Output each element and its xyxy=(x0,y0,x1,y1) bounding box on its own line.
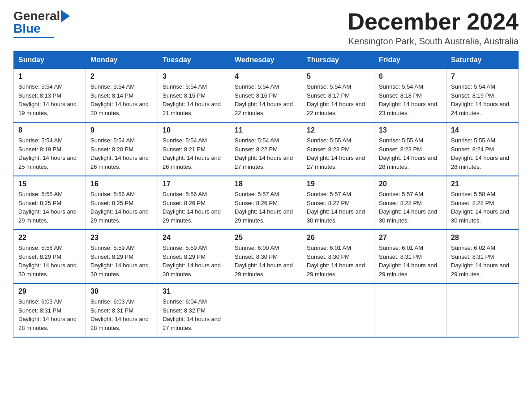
day-cell-25: 25Sunrise: 6:00 AMSunset: 8:30 PMDayligh… xyxy=(230,230,302,283)
day-cell-27: 27Sunrise: 6:01 AMSunset: 8:31 PMDayligh… xyxy=(374,230,446,283)
week-row-3: 15Sunrise: 5:55 AMSunset: 8:25 PMDayligh… xyxy=(14,176,519,230)
day-number: 13 xyxy=(379,126,442,134)
day-number: 27 xyxy=(379,234,442,242)
day-number: 11 xyxy=(235,126,297,134)
calendar-table: SundayMondayTuesdayWednesdayThursdayFrid… xyxy=(13,51,519,338)
day-number: 24 xyxy=(163,234,225,242)
day-cell-9: 9Sunrise: 5:54 AMSunset: 8:20 PMDaylight… xyxy=(86,122,158,176)
day-cell-6: 6Sunrise: 5:54 AMSunset: 8:18 PMDaylight… xyxy=(374,69,446,123)
day-cell-20: 20Sunrise: 5:57 AMSunset: 8:28 PMDayligh… xyxy=(374,176,446,230)
day-cell-11: 11Sunrise: 5:54 AMSunset: 8:22 PMDayligh… xyxy=(230,122,302,176)
day-info: Sunrise: 5:56 AMSunset: 8:26 PMDaylight:… xyxy=(163,190,225,225)
day-cell-21: 21Sunrise: 5:58 AMSunset: 8:28 PMDayligh… xyxy=(446,176,519,230)
day-number: 3 xyxy=(163,73,225,81)
day-cell-18: 18Sunrise: 5:57 AMSunset: 8:26 PMDayligh… xyxy=(230,176,302,230)
title-area: December 2024 Kensington Park, South Aus… xyxy=(348,9,519,47)
day-info: Sunrise: 5:57 AMSunset: 8:26 PMDaylight:… xyxy=(235,190,297,225)
empty-cell xyxy=(446,283,519,337)
day-info: Sunrise: 6:04 AMSunset: 8:32 PMDaylight:… xyxy=(163,297,225,332)
day-cell-14: 14Sunrise: 5:55 AMSunset: 8:24 PMDayligh… xyxy=(446,122,519,176)
day-number: 1 xyxy=(18,73,81,81)
weekday-header-monday: Monday xyxy=(86,51,158,69)
day-cell-16: 16Sunrise: 5:56 AMSunset: 8:25 PMDayligh… xyxy=(86,176,158,230)
weekday-header-friday: Friday xyxy=(374,51,446,69)
day-number: 14 xyxy=(451,126,514,134)
weekday-header-wednesday: Wednesday xyxy=(230,51,302,69)
logo-divider xyxy=(13,37,54,38)
day-cell-10: 10Sunrise: 5:54 AMSunset: 8:21 PMDayligh… xyxy=(158,122,230,176)
empty-cell xyxy=(374,283,446,337)
day-info: Sunrise: 6:00 AMSunset: 8:30 PMDaylight:… xyxy=(235,244,297,278)
day-cell-12: 12Sunrise: 5:55 AMSunset: 8:23 PMDayligh… xyxy=(302,122,374,176)
day-cell-24: 24Sunrise: 5:59 AMSunset: 8:29 PMDayligh… xyxy=(158,230,230,283)
day-info: Sunrise: 6:03 AMSunset: 8:31 PMDaylight:… xyxy=(18,297,81,332)
day-info: Sunrise: 5:58 AMSunset: 8:28 PMDaylight:… xyxy=(451,190,514,225)
day-info: Sunrise: 5:55 AMSunset: 8:23 PMDaylight:… xyxy=(379,136,442,171)
day-cell-19: 19Sunrise: 5:57 AMSunset: 8:27 PMDayligh… xyxy=(302,176,374,230)
day-number: 9 xyxy=(90,126,153,134)
day-info: Sunrise: 6:03 AMSunset: 8:31 PMDaylight:… xyxy=(90,297,153,332)
day-cell-31: 31Sunrise: 6:04 AMSunset: 8:32 PMDayligh… xyxy=(158,283,230,337)
week-row-5: 29Sunrise: 6:03 AMSunset: 8:31 PMDayligh… xyxy=(14,283,519,337)
day-number: 15 xyxy=(18,180,81,188)
day-number: 17 xyxy=(163,180,225,188)
day-info: Sunrise: 6:01 AMSunset: 8:31 PMDaylight:… xyxy=(379,244,442,278)
day-info: Sunrise: 5:54 AMSunset: 8:20 PMDaylight:… xyxy=(90,136,153,171)
day-cell-5: 5Sunrise: 5:54 AMSunset: 8:17 PMDaylight… xyxy=(302,69,374,123)
day-info: Sunrise: 5:54 AMSunset: 8:14 PMDaylight:… xyxy=(90,82,153,117)
logo-arrow-icon xyxy=(61,10,70,22)
weekday-header-sunday: Sunday xyxy=(14,51,86,69)
day-cell-26: 26Sunrise: 6:01 AMSunset: 8:30 PMDayligh… xyxy=(302,230,374,283)
day-cell-30: 30Sunrise: 6:03 AMSunset: 8:31 PMDayligh… xyxy=(86,283,158,337)
day-cell-8: 8Sunrise: 5:54 AMSunset: 8:19 PMDaylight… xyxy=(14,122,86,176)
logo-blue: Blue xyxy=(13,21,41,36)
day-cell-2: 2Sunrise: 5:54 AMSunset: 8:14 PMDaylight… xyxy=(86,69,158,123)
day-number: 10 xyxy=(163,126,225,134)
day-info: Sunrise: 5:54 AMSunset: 8:19 PMDaylight:… xyxy=(451,82,514,117)
day-number: 21 xyxy=(451,180,514,188)
logo: General Blue xyxy=(13,9,70,38)
day-cell-17: 17Sunrise: 5:56 AMSunset: 8:26 PMDayligh… xyxy=(158,176,230,230)
day-cell-7: 7Sunrise: 5:54 AMSunset: 8:19 PMDaylight… xyxy=(446,69,519,123)
day-number: 26 xyxy=(307,234,369,242)
week-row-4: 22Sunrise: 5:58 AMSunset: 8:29 PMDayligh… xyxy=(14,230,519,283)
day-cell-28: 28Sunrise: 6:02 AMSunset: 8:31 PMDayligh… xyxy=(446,230,519,283)
day-cell-29: 29Sunrise: 6:03 AMSunset: 8:31 PMDayligh… xyxy=(14,283,86,337)
logo-content: General Blue xyxy=(13,9,70,38)
day-number: 25 xyxy=(235,234,297,242)
header: General Blue December 2024 Kensington Pa… xyxy=(13,9,519,47)
day-number: 6 xyxy=(379,73,442,81)
day-info: Sunrise: 5:57 AMSunset: 8:27 PMDaylight:… xyxy=(307,190,369,225)
day-number: 20 xyxy=(379,180,442,188)
day-info: Sunrise: 5:55 AMSunset: 8:25 PMDaylight:… xyxy=(18,190,81,225)
day-info: Sunrise: 5:54 AMSunset: 8:15 PMDaylight:… xyxy=(163,82,225,117)
day-number: 30 xyxy=(90,287,153,295)
day-cell-4: 4Sunrise: 5:54 AMSunset: 8:16 PMDaylight… xyxy=(230,69,302,123)
day-cell-13: 13Sunrise: 5:55 AMSunset: 8:23 PMDayligh… xyxy=(374,122,446,176)
weekday-header-row: SundayMondayTuesdayWednesdayThursdayFrid… xyxy=(14,51,519,69)
page: General Blue December 2024 Kensington Pa… xyxy=(0,0,532,351)
day-cell-15: 15Sunrise: 5:55 AMSunset: 8:25 PMDayligh… xyxy=(14,176,86,230)
day-info: Sunrise: 5:54 AMSunset: 8:13 PMDaylight:… xyxy=(18,82,81,117)
day-info: Sunrise: 5:54 AMSunset: 8:18 PMDaylight:… xyxy=(379,82,442,117)
day-number: 28 xyxy=(451,234,514,242)
weekday-header-thursday: Thursday xyxy=(302,51,374,69)
week-row-1: 1Sunrise: 5:54 AMSunset: 8:13 PMDaylight… xyxy=(14,69,519,123)
day-number: 12 xyxy=(307,126,369,134)
day-info: Sunrise: 6:02 AMSunset: 8:31 PMDaylight:… xyxy=(451,244,514,278)
day-number: 22 xyxy=(18,234,81,242)
day-info: Sunrise: 5:55 AMSunset: 8:23 PMDaylight:… xyxy=(307,136,369,171)
day-number: 29 xyxy=(18,287,81,295)
day-info: Sunrise: 5:57 AMSunset: 8:28 PMDaylight:… xyxy=(379,190,442,225)
day-number: 16 xyxy=(90,180,153,188)
day-info: Sunrise: 5:54 AMSunset: 8:16 PMDaylight:… xyxy=(235,82,297,117)
day-info: Sunrise: 5:54 AMSunset: 8:19 PMDaylight:… xyxy=(18,136,81,171)
day-info: Sunrise: 5:56 AMSunset: 8:25 PMDaylight:… xyxy=(90,190,153,225)
empty-cell xyxy=(230,283,302,337)
location-title: Kensington Park, South Australia, Austra… xyxy=(348,36,519,47)
week-row-2: 8Sunrise: 5:54 AMSunset: 8:19 PMDaylight… xyxy=(14,122,519,176)
day-info: Sunrise: 5:55 AMSunset: 8:24 PMDaylight:… xyxy=(451,136,514,171)
day-info: Sunrise: 5:54 AMSunset: 8:21 PMDaylight:… xyxy=(163,136,225,171)
day-info: Sunrise: 6:01 AMSunset: 8:30 PMDaylight:… xyxy=(307,244,369,278)
day-info: Sunrise: 5:54 AMSunset: 8:22 PMDaylight:… xyxy=(235,136,297,171)
